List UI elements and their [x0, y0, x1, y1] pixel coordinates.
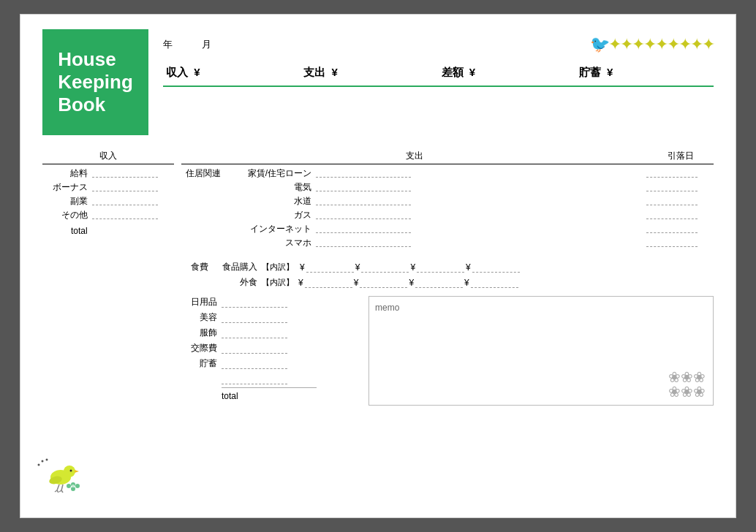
savings-label: 貯蓄	[181, 357, 222, 370]
housing-table: 家賃/住宅ローン 電気 水道	[225, 166, 714, 251]
daily-input[interactable]	[222, 297, 287, 308]
income-item-label: その他	[44, 209, 91, 221]
svg-line-5	[57, 484, 59, 490]
internet-date-input[interactable]	[646, 223, 698, 233]
yen-label: ¥	[298, 278, 303, 288]
clothing-input[interactable]	[222, 328, 287, 338]
table-row: その他	[44, 209, 173, 221]
income-summary: 収入 ¥	[163, 66, 300, 80]
year-label: 年	[163, 38, 173, 51]
water-input[interactable]	[316, 195, 411, 205]
food-row-2: 外食 【内訳】 ¥ ¥ ¥ ¥	[181, 276, 714, 289]
food-section: 食費 食品購入 【内訳】 ¥ ¥ ¥ ¥ 外食 【内訳】	[181, 261, 714, 289]
divider	[222, 387, 317, 388]
expense-item-label: 電気	[227, 181, 314, 194]
daily-total-label: total	[222, 391, 357, 406]
difference-summary: 差額 ¥	[439, 66, 576, 80]
social-input[interactable]	[222, 343, 287, 354]
income-bonus-input[interactable]	[92, 181, 158, 191]
income-total-label: total	[44, 223, 91, 236]
expense-item-label: スマホ	[227, 237, 314, 249]
food-input-2b[interactable]	[360, 278, 407, 288]
food-input-1d[interactable]	[472, 262, 520, 273]
phone-date-input[interactable]	[646, 237, 698, 247]
table-row: 電気	[227, 181, 712, 194]
income-salary-input[interactable]	[92, 167, 158, 178]
food-label: 食費	[181, 261, 218, 273]
yen-label: ¥	[300, 262, 305, 273]
main-ledger: 収入 給料 ボーナス 副業 その他	[42, 150, 714, 406]
food-input-1a[interactable]	[306, 262, 354, 273]
expense-item-label: ガス	[227, 209, 314, 221]
electric-input[interactable]	[316, 181, 411, 191]
gas-date-input[interactable]	[646, 209, 698, 219]
table-row: 副業	[44, 195, 173, 208]
income-header: 収入	[42, 150, 174, 164]
yen-label: ¥	[464, 278, 469, 288]
savings-row: 貯蓄	[181, 357, 357, 370]
gas-input[interactable]	[316, 209, 411, 219]
food-uchiwake-2: 【内訳】	[262, 277, 298, 288]
beauty-input[interactable]	[222, 313, 287, 323]
income-table: 給料 ボーナス 副業 その他 total	[42, 166, 174, 238]
food-input-2a[interactable]	[305, 278, 352, 288]
page: House Keeping Book 年 月 🐦✦✦✦✦✦✦✦✦✦ 収入 ¥	[20, 14, 736, 518]
savings-input[interactable]	[222, 359, 287, 369]
expense-item-label: インターネット	[227, 223, 314, 235]
expense-header-label: 支出	[181, 150, 648, 162]
svg-point-1	[64, 466, 75, 477]
month-label: 月	[202, 38, 211, 51]
electric-date-input[interactable]	[646, 181, 698, 191]
table-row: 水道	[227, 195, 712, 208]
header-date-left: 年 月	[163, 38, 211, 51]
table-row: 給料	[44, 167, 173, 180]
bird-decoration-bottom	[35, 454, 86, 497]
income-other-input[interactable]	[92, 209, 158, 219]
extra-input[interactable]	[222, 374, 287, 384]
food-input-1c[interactable]	[417, 262, 464, 273]
beauty-row: 美容	[181, 311, 357, 324]
rent-input[interactable]	[316, 167, 411, 178]
food-subcategory: 食品購入	[218, 261, 262, 273]
daily-expenses: 日用品 美容 服飾 交際費	[181, 296, 357, 406]
logo-line3: Book	[58, 94, 133, 116]
beauty-label: 美容	[181, 311, 222, 324]
phone-input[interactable]	[316, 237, 411, 247]
housing-group: 住居関連 家賃/住宅ローン 電気	[181, 166, 714, 251]
svg-point-3	[70, 470, 72, 472]
internet-input[interactable]	[316, 223, 411, 233]
logo-box: House Keeping Book	[42, 29, 148, 135]
svg-line-10	[61, 490, 63, 493]
water-date-input[interactable]	[646, 195, 698, 205]
header-right: 年 月 🐦✦✦✦✦✦✦✦✦✦ 収入 ¥ 支出 ¥ 差額 ¥	[163, 29, 714, 87]
income-item-label: 給料	[44, 167, 91, 180]
svg-line-7	[55, 490, 57, 492]
extra-row	[181, 374, 357, 384]
income-side-input[interactable]	[92, 195, 158, 205]
clothing-row: 服飾	[181, 327, 357, 339]
svg-point-12	[67, 484, 71, 488]
savings-summary: 貯蓄 ¥	[576, 66, 714, 80]
food-input-1b[interactable]	[361, 262, 409, 273]
expense-item-label: 水道	[227, 195, 314, 208]
memo-label: memo	[375, 303, 707, 313]
table-row: total	[44, 223, 173, 236]
memo-box[interactable]: memo ❀❀❀❀❀❀	[368, 296, 714, 406]
bird-decoration-top: 🐦✦✦✦✦✦✦✦✦✦	[590, 35, 714, 54]
food-uchiwake-1: 【内訳】	[262, 262, 298, 273]
food-input-2c[interactable]	[415, 278, 463, 288]
clothing-label: 服飾	[181, 327, 222, 339]
svg-point-17	[42, 460, 44, 463]
food-input-2d[interactable]	[471, 278, 518, 288]
svg-point-16	[38, 464, 40, 466]
social-row: 交際費	[181, 342, 357, 354]
table-row: インターネット	[227, 223, 712, 235]
bottom-section: 日用品 美容 服飾 交際費	[181, 296, 714, 406]
svg-point-18	[46, 459, 48, 461]
rent-date-input[interactable]	[646, 167, 698, 178]
table-row: ボーナス	[44, 181, 173, 194]
svg-marker-2	[75, 470, 79, 473]
housing-category-label: 住居関連	[181, 166, 225, 180]
daily-label: 日用品	[181, 296, 222, 308]
yen-label: ¥	[466, 262, 471, 273]
